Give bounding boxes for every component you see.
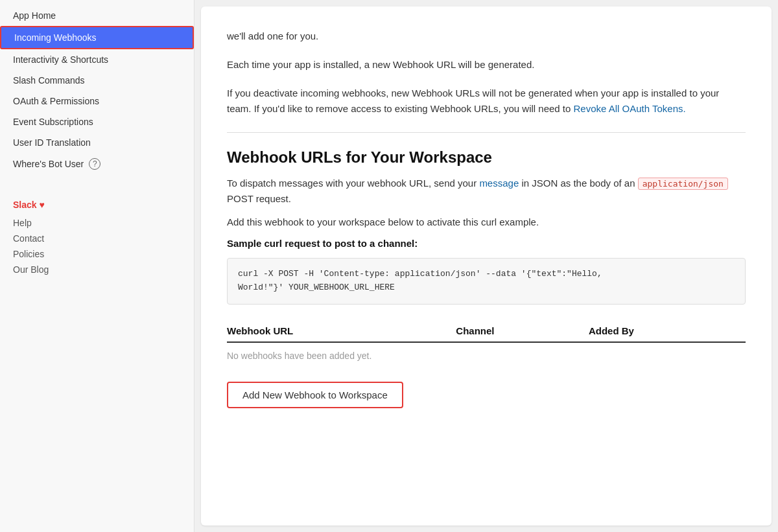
sidebar-item-label-oauth-permissions: OAuth & Permissions (13, 96, 99, 106)
col-webhook-url: Webhook URL (227, 320, 456, 342)
sidebar-item-wheres-bot-user[interactable]: Where's Bot User? (0, 153, 194, 175)
sample-label: Sample curl request to post to a channel… (227, 238, 746, 249)
intro-section: we'll add one for you. Each time your ap… (227, 6, 746, 117)
sidebar-item-label-event-subscriptions: Event Subscriptions (13, 117, 93, 127)
content-type-code: application/json (638, 178, 728, 190)
revoke-tokens-link[interactable]: Revoke All OAuth Tokens. (574, 103, 686, 114)
slack-brand-label: Slack ♥ (13, 200, 181, 210)
footer-link-our-blog[interactable]: Our Blog (13, 262, 181, 277)
webhook-section: Webhook URLs for Your Workspace To dispa… (227, 148, 746, 408)
sidebar-item-interactivity-shortcuts[interactable]: Interactivity & Shortcuts (0, 49, 194, 70)
sidebar-item-user-id-translation[interactable]: User ID Translation (0, 132, 194, 153)
sidebar-item-label-interactivity-shortcuts: Interactivity & Shortcuts (13, 54, 108, 65)
sidebar-item-slash-commands[interactable]: Slash Commands (0, 70, 194, 91)
intro-para2: Each time your app is installed, a new W… (227, 44, 746, 73)
footer-link-contact[interactable]: Contact (13, 231, 181, 246)
sidebar-nav: App HomeIncoming WebhooksInteractivity &… (0, 0, 194, 180)
sidebar: App HomeIncoming WebhooksInteractivity &… (0, 0, 194, 532)
sidebar-item-oauth-permissions[interactable]: OAuth & Permissions (0, 91, 194, 111)
empty-message: No webhooks have been added yet. (227, 342, 746, 369)
section-desc1: To dispatch messages with your webhook U… (227, 176, 746, 207)
section-title: Webhook URLs for Your Workspace (227, 148, 746, 167)
add-webhook-button[interactable]: Add New Webhook to Workspace (227, 382, 403, 408)
sidebar-item-label-wheres-bot-user: Where's Bot User (13, 159, 84, 169)
footer-link-help[interactable]: Help (13, 215, 181, 231)
sidebar-item-event-subscriptions[interactable]: Event Subscriptions (0, 111, 194, 132)
intro-para3: If you deactivate incoming webhooks, new… (227, 73, 746, 117)
message-link[interactable]: message (479, 178, 519, 189)
intro-para1: we'll add one for you. (227, 16, 746, 44)
col-added-by: Added By (589, 320, 746, 342)
section-divider (227, 132, 746, 133)
main-content: we'll add one for you. Each time your ap… (201, 6, 772, 526)
sidebar-item-label-user-id-translation: User ID Translation (13, 137, 91, 148)
sidebar-item-label-slash-commands: Slash Commands (13, 75, 85, 86)
table-empty-row: No webhooks have been added yet. (227, 342, 746, 369)
sidebar-item-label-app-home: App Home (13, 10, 56, 21)
webhook-table: Webhook URL Channel Added By No webhooks… (227, 320, 746, 369)
section-desc2: Add this webhook to your workspace below… (227, 214, 746, 230)
footer-link-policies[interactable]: Policies (13, 246, 181, 262)
help-icon[interactable]: ? (89, 158, 100, 170)
sidebar-footer: Slack ♥ HelpContactPoliciesOur Blog (0, 193, 194, 284)
sidebar-item-app-home[interactable]: App Home (0, 5, 194, 26)
sidebar-item-incoming-webhooks[interactable]: Incoming Webhooks (0, 26, 194, 49)
sidebar-item-label-incoming-webhooks: Incoming Webhooks (14, 32, 97, 43)
col-channel: Channel (456, 320, 589, 342)
code-block: curl -X POST -H 'Content-type: applicati… (227, 258, 746, 305)
